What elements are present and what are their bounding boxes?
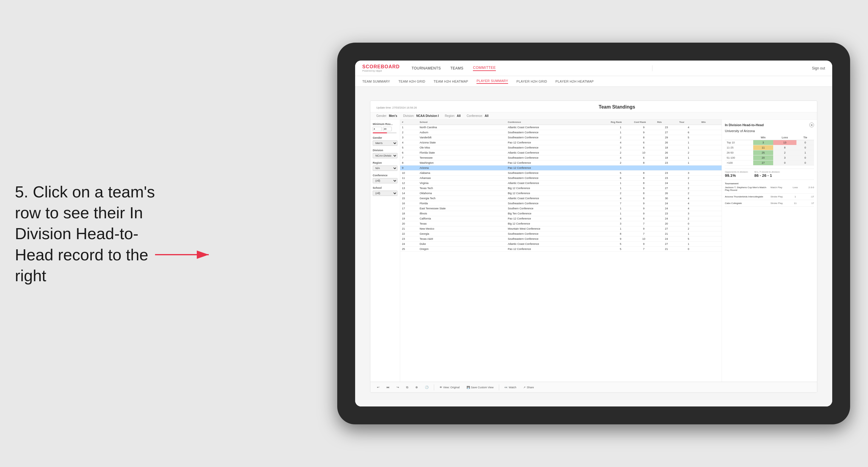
cell-tour: 0 [678,247,700,252]
sub-nav-team-h2h-heatmap[interactable]: TEAM H2H HEATMAP [434,80,468,83]
region-select[interactable]: N/A [373,165,398,171]
cell-rank: 14 [400,191,418,196]
school-select[interactable]: (All) [373,191,398,196]
watch-icon: 👀 [504,386,508,389]
cell-win [700,130,722,135]
share-button[interactable]: ↗ Share [522,385,535,390]
table-row[interactable]: 3 Vanderbilt Southeastern Conference 2 8… [400,135,722,140]
cell-reg-rank: 5 [609,170,632,176]
cell-rds: 21 [655,231,678,237]
h2h-grid-table: Win Loss Tie Top 10 3 13 [725,135,814,165]
table-row[interactable]: 14 Oklahoma Big 12 Conference 2 8 26 2 [400,191,722,196]
sub-nav-player-h2h-heatmap[interactable]: PLAYER H2H HEATMAP [556,80,594,83]
panel-title: Team Standings [423,104,811,110]
sidebar-conference-section: Conference (All) [373,174,398,183]
table-row[interactable]: 11 Arkansas Southeastern Conference 6 8 … [400,176,722,181]
clock-button[interactable]: 🕐 [423,385,430,390]
table-row[interactable]: 16 Florida Southeastern Conference 7 9 2… [400,201,722,206]
cell-win [700,125,722,130]
table-row[interactable]: 20 Texas Big 12 Conference 3 7 20 0 [400,221,722,226]
conference-select[interactable]: (All) [373,178,398,183]
tournament-row-1: Jackson T. Stephens Cup Men's Match-Play… [725,186,814,193]
table-row[interactable]: 9 Arizona Pac-12 Conference [400,165,722,170]
table-row[interactable]: 2 Auburn Southeastern Conference 1 9 27 … [400,130,722,135]
sub-nav-team-h2h-grid[interactable]: TEAM H2H GRID [398,80,425,83]
arrow-icon [155,243,215,267]
copy-button[interactable]: ⧉ [404,385,410,390]
cell-conf-rank: 6 [632,155,655,160]
table-row[interactable]: 1 North Carolina Atlantic Coast Conferen… [400,125,722,130]
nav-committee[interactable]: COMMITTEE [473,66,496,71]
cell-conference: Pac-12 Conference [506,160,609,165]
redo-button[interactable]: ↪ [395,385,401,390]
table-row[interactable]: 5 Ole Miss Southeastern Conference 3 6 1… [400,145,722,150]
cell-tour: 5 [678,237,700,242]
filter-division: Division: NCAA Division I [403,114,439,118]
sign-out[interactable]: Sign out [812,66,825,70]
table-row[interactable]: 6 Florida State Atlantic Coast Conferenc… [400,150,722,155]
table-row[interactable]: 22 Georgia Southeastern Conference 8 7 2… [400,231,722,237]
undo-icon: ↩ [377,385,379,389]
h2h-label-11-25: 11-25 [725,145,753,150]
save-custom-button[interactable]: 💾 Save Custom View [465,385,495,390]
cell-rds: 24 [655,201,678,206]
cell-rds: 23 [655,176,678,181]
cell-rds: 24 [655,237,678,242]
min-rounds-max-input[interactable] [383,127,392,131]
step-back-button[interactable]: ⏮ [385,385,391,390]
min-rounds-slider[interactable] [373,132,397,133]
cell-tour: 2 [678,191,700,196]
view-original-button[interactable]: 👁 View: Original [438,385,461,390]
cell-conf-rank: 8 [632,196,655,201]
table-row[interactable]: 21 New Mexico Mountain West Conference 1… [400,226,722,231]
h2h-row-100plus: >100 27 0 0 [725,160,814,165]
instruction-text: 5. Click on a team's row to see their In… [15,181,164,286]
cell-rank: 25 [400,247,418,252]
nav-teams[interactable]: TEAMS [451,66,464,70]
table-row[interactable]: 10 Alabama Southeastern Conference 5 8 2… [400,170,722,176]
table-row[interactable]: 12 Virginia Atlantic Coast Conference 1 … [400,181,722,186]
h2h-col-label [725,135,753,140]
sub-nav-team-summary[interactable]: TEAM SUMMARY [362,80,390,83]
h2h-row-11-25: 11-25 11 8 0 [725,145,814,150]
gender-select[interactable]: Men's Women's [373,141,398,146]
filter-region: Region: All [445,114,461,118]
cell-conference: Southeastern Conference [506,130,609,135]
paste-button[interactable]: ⊕ [413,385,420,390]
cell-rank: 17 [400,206,418,211]
table-row[interactable]: 19 California Pac-12 Conference 4 8 24 2 [400,216,722,221]
update-time: Update time: 27/03/2024 16:56:26 [376,106,417,109]
cell-conf-rank [632,165,655,170]
cell-win [700,237,722,242]
h2h-title: In Division Head-to-Head [725,123,764,127]
sub-nav-player-h2h-grid[interactable]: PLAYER H2H GRID [517,80,547,83]
table-body: 1 North Carolina Atlantic Coast Conferen… [400,125,722,252]
cell-conf-rank: 8 [632,176,655,181]
undo-button[interactable]: ↩ [375,385,381,390]
watch-button[interactable]: 👀 Watch [503,385,518,390]
division-select[interactable]: NCAA Division I [373,153,398,158]
table-row[interactable]: 23 Texas A&M Southeastern Conference 9 1… [400,237,722,242]
nav-tournaments[interactable]: TOURNAMENTS [412,66,441,70]
min-rounds-min-input[interactable] [373,127,382,131]
sidebar-school-section: School (All) [373,186,398,196]
cell-school: Texas Tech [418,186,506,191]
table-row[interactable]: 25 Oregon Pac-12 Conference 5 7 21 0 [400,247,722,252]
h2h-loss-26-50: 2 [773,150,797,155]
h2h-header: In Division Head-to-Head ✕ [725,123,814,127]
table-row[interactable]: 17 East Tennessee State Southern Confere… [400,206,722,211]
table-row[interactable]: 24 Duke Atlantic Coast Conference 5 9 27… [400,242,722,247]
logo-area: SCOREBOARD Powered by clippd [362,64,400,72]
cell-conference: Southeastern Conference [506,231,609,237]
table-row[interactable]: 13 Texas Tech Big 12 Conference 1 9 27 2 [400,186,722,191]
table-row[interactable]: 18 Illinois Big Ten Conference 1 9 23 3 [400,211,722,216]
table-row[interactable]: 4 Arizona State Pac-12 Conference 4 6 26… [400,140,722,145]
cell-conference: Southeastern Conference [506,155,609,160]
table-row[interactable]: 7 Tennessee Southeastern Conference 4 6 … [400,155,722,160]
table-row[interactable]: 15 Georgia Tech Atlantic Coast Conferenc… [400,196,722,201]
cell-tour: 6 [678,130,700,135]
close-h2h-button[interactable]: ✕ [809,123,814,127]
table-row[interactable]: 8 Washington Pac-12 Conference 2 8 23 1 [400,160,722,165]
cell-tour: 5 [678,135,700,140]
sub-nav-player-summary[interactable]: PLAYER SUMMARY [476,79,508,84]
